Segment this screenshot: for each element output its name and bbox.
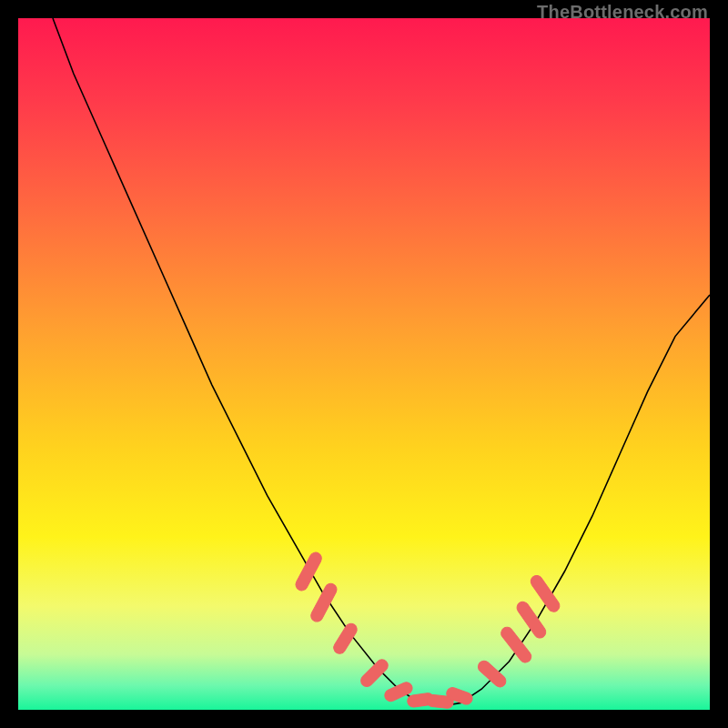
curve-marker bbox=[499, 625, 533, 665]
curve-marker bbox=[308, 581, 339, 623]
curve-marker bbox=[359, 657, 390, 689]
curve-marker bbox=[514, 600, 548, 641]
plot-area bbox=[18, 18, 710, 710]
marker-group bbox=[294, 551, 562, 709]
bottleneck-curve bbox=[53, 18, 710, 706]
curve-layer bbox=[18, 18, 710, 710]
chart-frame: { "watermark": "TheBottleneck.com", "col… bbox=[0, 0, 728, 728]
curve-marker bbox=[476, 658, 509, 689]
curve-marker bbox=[529, 573, 562, 614]
watermark-text: TheBottleneck.com bbox=[537, 2, 708, 23]
